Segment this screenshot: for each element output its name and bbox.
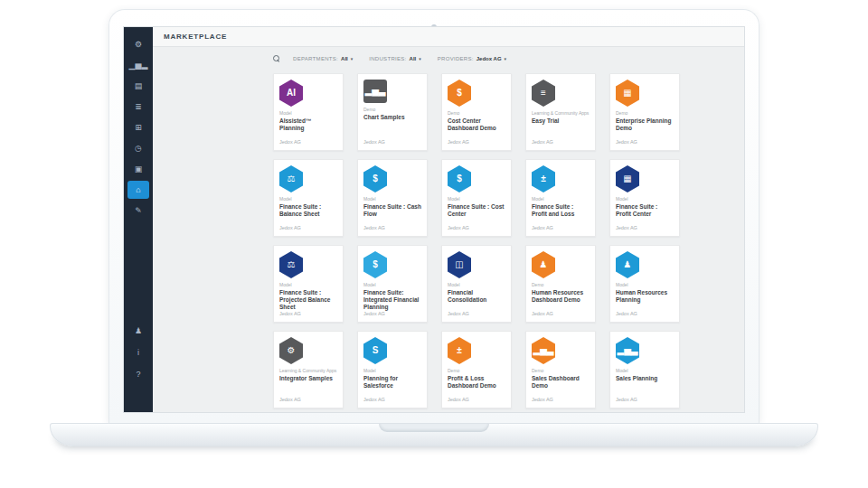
plus-minus-icon: ± — [448, 337, 471, 364]
app-type-label: Model — [279, 282, 337, 287]
chevron-down-icon: ▾ — [419, 56, 421, 61]
filter-value: All — [341, 56, 348, 61]
integrator-grid-icon[interactable]: ⊞ — [127, 118, 149, 136]
app-provider: Jedox AG — [616, 311, 637, 316]
console-icon[interactable]: ▣ — [127, 160, 149, 178]
app-provider: Jedox AG — [448, 225, 469, 230]
app-card[interactable]: $ Demo Cost Center Dashboard Demo Jedox … — [441, 73, 512, 151]
ai-brain-icon: AI — [279, 80, 303, 107]
filter-label: INDUSTRIES: — [369, 56, 406, 61]
cash-icon: $ — [363, 165, 387, 192]
power-icon[interactable] — [127, 387, 149, 405]
people-icon: ♟ — [616, 251, 639, 278]
app-card[interactable]: ◫ Model Financial Consolidation Jedox AG — [441, 245, 512, 323]
app-type-label: Model — [532, 196, 590, 202]
app-card[interactable]: ▦ Demo Enterprise Planning Demo Jedox AG — [609, 73, 680, 151]
app-provider: Jedox AG — [448, 311, 469, 316]
app-type-label: Demo — [532, 368, 590, 373]
handshake-chart-icon: ▂▅▃ — [532, 337, 555, 364]
app-card[interactable]: ♟ Demo Human Resources Dashboard Demo Je… — [525, 245, 596, 323]
app-title: Finance Suite: Integrated Financial Plan… — [363, 289, 421, 311]
app-provider: Jedox AG — [363, 139, 385, 145]
app-title: Integrator Samples — [279, 375, 337, 382]
page-title: MARKETPLACE — [164, 33, 227, 41]
app-type-label: Model — [279, 110, 337, 116]
plus-minus-icon: ± — [532, 165, 555, 192]
app-title: Finance Suite : Projected Balance Sheet — [279, 289, 337, 311]
app-card[interactable]: ⚖ Model Finance Suite : Balance Sheet Je… — [273, 159, 344, 237]
puzzle-icon: ▦ — [616, 80, 639, 107]
marketplace-icon[interactable]: ⌂ — [127, 181, 149, 199]
filter-dropdown[interactable]: PROVIDERS: Jedox AG ▾ — [438, 56, 506, 61]
app-card[interactable]: ⚙ Learning & Community Apps Integrator S… — [273, 331, 344, 408]
app-provider: Jedox AG — [279, 225, 301, 230]
app-provider: Jedox AG — [532, 311, 553, 316]
scheduler-clock-icon[interactable]: ◷ — [127, 139, 149, 157]
content-area: DEPARTMENTS: All ▾ INDUSTRIES: All ▾ — [153, 47, 744, 412]
balance-scale-icon: ⚖ — [279, 165, 303, 192]
app-card[interactable]: $ Model Finance Suite: Integrated Financ… — [357, 245, 428, 323]
app-card[interactable]: ⚖ Model Finance Suite : Projected Balanc… — [273, 245, 344, 323]
app-title: Chart Samples — [363, 114, 421, 121]
app-card[interactable]: ± Demo Profit & Loss Dashboard Demo Jedo… — [441, 331, 512, 408]
buildings-icon: ◫ — [448, 251, 471, 278]
app-type-label: Learning & Community Apps — [279, 368, 337, 373]
app-card[interactable]: ♟ Model Human Resources Planning Jedox A… — [609, 245, 680, 323]
people-icon: ♟ — [532, 251, 555, 278]
app-card[interactable]: $ Model Finance Suite : Cash Flow Jedox … — [357, 159, 428, 237]
chevron-down-icon: ▾ — [351, 56, 354, 61]
filter-dropdown[interactable]: INDUSTRIES: All ▾ — [369, 56, 421, 61]
performance-chart-icon[interactable]: ▁▅▂ — [127, 56, 149, 74]
search-icon[interactable] — [273, 55, 280, 62]
app-title: Finance Suite : Profit Center — [616, 203, 674, 218]
app-card[interactable]: ▦ Model Finance Suite : Profit Center Je… — [609, 159, 680, 237]
user-icon[interactable]: ♟ — [127, 322, 149, 340]
app-card[interactable]: AI Model AIssisted™ Planning Jedox AG — [273, 73, 344, 151]
designer-pen-icon[interactable]: ✎ — [127, 202, 149, 220]
app-provider: Jedox AG — [279, 397, 301, 402]
app-card[interactable]: ≡ Learning & Community Apps Easy Trial J… — [525, 73, 596, 151]
app-provider: Jedox AG — [363, 311, 385, 316]
app-title: AIssisted™ Planning — [279, 117, 337, 132]
app-type-label: Demo — [532, 282, 590, 287]
modeler-list-icon[interactable]: ≣ — [127, 98, 149, 116]
app-type-label: Demo — [448, 368, 505, 373]
app-type-label: Model — [616, 368, 674, 373]
app-card[interactable]: S Model Planning for Salesforce Jedox AG — [357, 331, 428, 408]
filter-group: DEPARTMENTS: All ▾ INDUSTRIES: All ▾ — [293, 56, 523, 61]
app-provider: Jedox AG — [532, 139, 553, 145]
app-card[interactable]: ▂▅▃ Demo Chart Samples Jedox AG — [357, 73, 428, 151]
reports-icon[interactable]: ▤ — [127, 77, 149, 95]
sidebar: ⚙ ▁▅▂ ▤ ≣ — [124, 27, 153, 412]
app-card[interactable]: ± Model Finance Suite : Profit and Loss … — [525, 159, 596, 237]
bar-chart-icon: ▂▅▃ — [363, 80, 387, 103]
settings-gear-icon[interactable]: ⚙ — [127, 35, 149, 53]
app-card[interactable]: ▂▅▃ Model Sales Planning Jedox AG — [609, 331, 680, 408]
app-provider: Jedox AG — [616, 139, 637, 145]
main-area: MARKETPLACE DEPARTMENTS: All ▾ — [153, 27, 744, 412]
app-type-label: Demo — [448, 110, 505, 116]
filter-label: DEPARTMENTS: — [293, 56, 338, 61]
app-title: Finance Suite : Cost Center — [448, 203, 505, 218]
filter-dropdown[interactable]: DEPARTMENTS: All ▾ — [293, 56, 353, 61]
app-card[interactable]: ▂▅▃ Demo Sales Dashboard Demo Jedox AG — [525, 331, 596, 408]
help-icon[interactable]: ? — [127, 365, 149, 383]
app-title: Finance Suite : Cash Flow — [363, 203, 421, 218]
app-provider: Jedox AG — [363, 397, 385, 402]
info-icon[interactable]: i — [127, 343, 149, 361]
app-type-label: Model — [448, 196, 505, 202]
handshake-chart-icon: ▂▅▃ — [616, 337, 639, 364]
table-grid-icon: ▦ — [616, 165, 639, 192]
app-title: Human Resources Dashboard Demo — [532, 289, 590, 304]
top-bar: MARKETPLACE — [153, 27, 744, 47]
app-title: Enterprise Planning Demo — [616, 117, 674, 132]
chevron-down-icon: ▾ — [505, 56, 507, 61]
app-type-label: Demo — [616, 110, 674, 116]
page: ⚙ ▁▅▂ ▤ ≣ — [0, 0, 868, 488]
app-title: Profit & Loss Dashboard Demo — [448, 375, 505, 389]
app-type-label: Model — [279, 196, 337, 202]
app-title: Finance Suite : Profit and Loss — [532, 203, 590, 218]
app-card[interactable]: $ Model Finance Suite : Cost Center Jedo… — [441, 159, 512, 237]
app-title: Financial Consolidation — [448, 289, 505, 304]
app-type-label: Model — [363, 196, 421, 202]
